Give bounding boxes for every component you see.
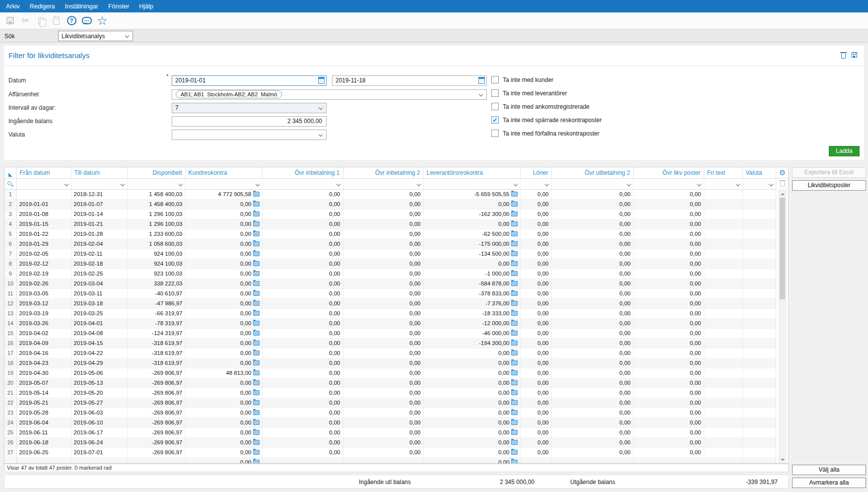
row-number[interactable]: 22 xyxy=(4,398,16,408)
cell-kundreskontra[interactable]: 0,00 xyxy=(185,338,262,348)
cell-valuta[interactable] xyxy=(742,249,776,259)
cell-ovr_utbetalning_2[interactable]: 0,00 xyxy=(551,318,633,328)
cell-valuta[interactable] xyxy=(742,259,776,269)
folder-icon[interactable] xyxy=(511,370,518,375)
folder-icon[interactable] xyxy=(253,281,260,286)
cell-loner[interactable]: 0,00 xyxy=(520,279,551,288)
cell-ovr_likv_poster[interactable]: 0,00 xyxy=(633,437,704,447)
cell-fran_datum[interactable]: 2019-01-22 xyxy=(16,229,71,239)
cell-ovr_likv_poster[interactable]: 0,00 xyxy=(633,229,704,239)
cell-till_datum[interactable]: 2019-01-14 xyxy=(71,209,127,219)
cell-fri_text[interactable] xyxy=(704,348,742,358)
date-to-field[interactable]: 2019-11-18 xyxy=(332,75,487,86)
folder-icon[interactable] xyxy=(511,301,518,306)
cell-fran_datum[interactable] xyxy=(16,189,71,199)
cell-disponibelt[interactable]: 924 100,03 xyxy=(127,249,185,259)
cell-till_datum[interactable]: 2019-03-25 xyxy=(71,308,127,318)
cell-loner[interactable]: 0,00 xyxy=(520,368,551,378)
cell-ovr_likv_poster[interactable]: 0,00 xyxy=(633,189,704,199)
col-header-till_datum[interactable]: Till datum xyxy=(71,167,127,178)
filter-fran_datum[interactable] xyxy=(16,178,71,189)
cell-till_datum[interactable]: 2019-01-07 xyxy=(71,199,127,209)
cell-leverantorsreskontra[interactable]: -134 500,00 xyxy=(423,249,520,259)
folder-icon[interactable] xyxy=(253,460,260,464)
cell-ovr_inbetalning_2[interactable]: 0,00 xyxy=(343,427,423,437)
cell-loner[interactable]: 0,00 xyxy=(520,209,551,219)
cell-till_datum[interactable]: 2019-05-20 xyxy=(71,388,127,398)
row-number[interactable]: 5 xyxy=(4,229,16,239)
cell-fri_text[interactable] xyxy=(704,229,742,239)
cell-ovr_inbetalning_2[interactable] xyxy=(343,457,423,464)
folder-icon[interactable] xyxy=(253,370,260,375)
save-icon[interactable] xyxy=(4,15,15,26)
cell-till_datum[interactable]: 2019-02-25 xyxy=(71,269,127,279)
cell-kundreskontra[interactable]: 0,00 xyxy=(185,328,262,338)
cell-leverantorsreskontra[interactable]: 0,00 xyxy=(423,378,520,388)
cell-fri_text[interactable] xyxy=(704,279,742,288)
cell-kundreskontra[interactable]: 0,00 xyxy=(185,358,262,368)
intervall-select[interactable]: 7 xyxy=(172,103,327,113)
cell-loner[interactable]: 0,00 xyxy=(520,189,551,199)
cell-valuta[interactable] xyxy=(742,398,776,408)
cell-disponibelt[interactable]: 1 458 400,03 xyxy=(127,189,185,199)
cell-till_datum[interactable]: 2019-05-27 xyxy=(71,398,127,408)
cell-ovr_inbetalning_2[interactable]: 0,00 xyxy=(343,239,423,249)
cell-leverantorsreskontra[interactable]: 0,00 xyxy=(423,219,520,229)
cell-valuta[interactable] xyxy=(742,338,776,348)
filter-leverantorsreskontra[interactable] xyxy=(423,178,520,189)
folder-icon[interactable] xyxy=(511,430,518,435)
cell-leverantorsreskontra[interactable]: 0,00 xyxy=(423,259,520,269)
cell-valuta[interactable] xyxy=(742,418,776,427)
row-number[interactable]: 25 xyxy=(4,427,16,437)
folder-icon[interactable] xyxy=(511,360,518,365)
cell-ovr_likv_poster[interactable]: 0,00 xyxy=(633,279,704,288)
cell-fran_datum[interactable]: 2019-01-08 xyxy=(16,209,71,219)
cell-ovr_utbetalning_2[interactable]: 0,00 xyxy=(551,447,633,457)
cell-ovr_inbetalning_1[interactable]: 0,00 xyxy=(262,368,343,378)
cell-fran_datum[interactable]: 2019-05-07 xyxy=(16,378,71,388)
folder-icon[interactable] xyxy=(511,390,518,395)
cell-leverantorsreskontra[interactable]: 0,00 xyxy=(423,358,520,368)
cell-kundreskontra[interactable]: 0,00 xyxy=(185,269,262,279)
cell-fran_datum[interactable]: 2019-05-21 xyxy=(16,398,71,408)
cell-till_datum[interactable]: 2019-02-11 xyxy=(71,249,127,259)
cell-ovr_inbetalning_1[interactable]: 0,00 xyxy=(262,308,343,318)
search-select[interactable]: Likviditetsanalys xyxy=(58,31,133,41)
cell-till_datum[interactable]: 2019-04-01 xyxy=(71,318,127,328)
cell-valuta[interactable] xyxy=(742,229,776,239)
cell-ovr_utbetalning_2[interactable]: 0,00 xyxy=(551,408,633,418)
cell-kundreskontra[interactable]: 0,00 xyxy=(185,229,262,239)
cell-ovr_inbetalning_1[interactable]: 0,00 xyxy=(262,239,343,249)
cell-till_datum[interactable]: 2019-05-13 xyxy=(71,378,127,388)
cell-disponibelt[interactable]: -269 806,97 xyxy=(127,408,185,418)
cell-ovr_utbetalning_2[interactable]: 0,00 xyxy=(551,427,633,437)
folder-icon[interactable] xyxy=(511,460,518,464)
cell-ovr_likv_poster[interactable]: 0,00 xyxy=(633,269,704,279)
cell-loner[interactable]: 0,00 xyxy=(520,229,551,239)
cell-ovr_inbetalning_2[interactable]: 0,00 xyxy=(343,358,423,368)
cell-fran_datum[interactable]: 2019-06-18 xyxy=(16,437,71,447)
cell-loner[interactable]: 0,00 xyxy=(520,338,551,348)
cell-ovr_inbetalning_1[interactable]: 0,00 xyxy=(262,318,343,328)
cell-leverantorsreskontra[interactable]: 0,00 xyxy=(423,199,520,209)
cell-ovr_likv_poster[interactable]: 0,00 xyxy=(633,398,704,408)
folder-icon[interactable] xyxy=(253,301,260,306)
cell-valuta[interactable] xyxy=(742,239,776,249)
cell-fran_datum[interactable]: 2019-02-05 xyxy=(16,249,71,259)
row-number[interactable]: 12 xyxy=(4,298,16,308)
cell-ovr_inbetalning_2[interactable]: 0,00 xyxy=(343,209,423,219)
cell-ovr_likv_poster[interactable]: 0,00 xyxy=(633,368,704,378)
cell-ovr_inbetalning_2[interactable]: 0,00 xyxy=(343,408,423,418)
paste-icon[interactable] xyxy=(51,15,62,26)
cell-ovr_likv_poster[interactable]: 0,00 xyxy=(633,239,704,249)
row-number[interactable]: 16 xyxy=(4,338,16,348)
cell-ovr_utbetalning_2[interactable]: 0,00 xyxy=(551,308,633,318)
cell-ovr_likv_poster[interactable]: 0,00 xyxy=(633,288,704,298)
cell-fran_datum[interactable]: 2019-01-01 xyxy=(16,199,71,209)
cell-ovr_likv_poster[interactable]: 0,00 xyxy=(633,378,704,388)
checkbox-ta-inte-med-forfallna-reskontraposter[interactable]: Ta inte med förfallna reskontraposter xyxy=(491,128,600,139)
cell-till_datum[interactable]: 2019-06-17 xyxy=(71,427,127,437)
row-number[interactable]: 17 xyxy=(4,348,16,358)
save-filter-icon[interactable] xyxy=(852,52,857,58)
cell-loner[interactable]: 0,00 xyxy=(520,249,551,259)
